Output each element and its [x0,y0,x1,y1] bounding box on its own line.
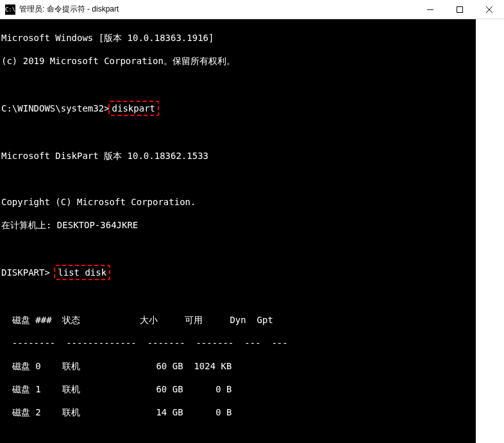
minimize-button[interactable] [416,0,445,19]
svg-rect-1 [457,6,463,12]
window-title: 管理员: 命令提示符 - diskpart [19,4,416,15]
cmd-diskpart-highlight: diskpart [108,101,159,116]
terminal-output[interactable]: Microsoft Windows [版本 10.0.18363.1916] (… [0,19,504,443]
disk-row-2: 磁盘 2 联机 14 GB 0 B [1,406,503,418]
version-line: Microsoft Windows [版本 10.0.18363.1916] [1,32,503,44]
table-separator: -------- ------------- ------- ------- -… [1,337,503,349]
cmd-icon: C:\ [5,4,15,15]
right-margin [476,19,504,443]
diskpart-version: Microsoft DiskPart 版本 10.0.18362.1533 [1,150,503,162]
table-header: 磁盘 ### 状态 大小 可用 Dyn Gpt [1,314,503,326]
computer-name: 在计算机上: DESKTOP-364JKRE [1,219,503,231]
title-bar: C:\ 管理员: 命令提示符 - diskpart [0,0,504,19]
disk-row-1: 磁盘 1 联机 60 GB 0 B [1,383,503,395]
window-controls [416,0,504,19]
close-button[interactable] [475,0,504,19]
prompt-line: C:\WINDOWS\system32>diskpart [1,101,503,115]
copyright-line: (c) 2019 Microsoft Corporation。保留所有权利。 [1,55,503,67]
disk-row-0: 磁盘 0 联机 60 GB 1024 KB [1,360,503,372]
listdisk-line: DISKPART> list disk [1,265,503,280]
diskpart-copyright: Copyright (C) Microsoft Corporation. [1,196,503,208]
maximize-button[interactable] [445,0,475,19]
cmd-listdisk-highlight: list disk [54,265,110,280]
